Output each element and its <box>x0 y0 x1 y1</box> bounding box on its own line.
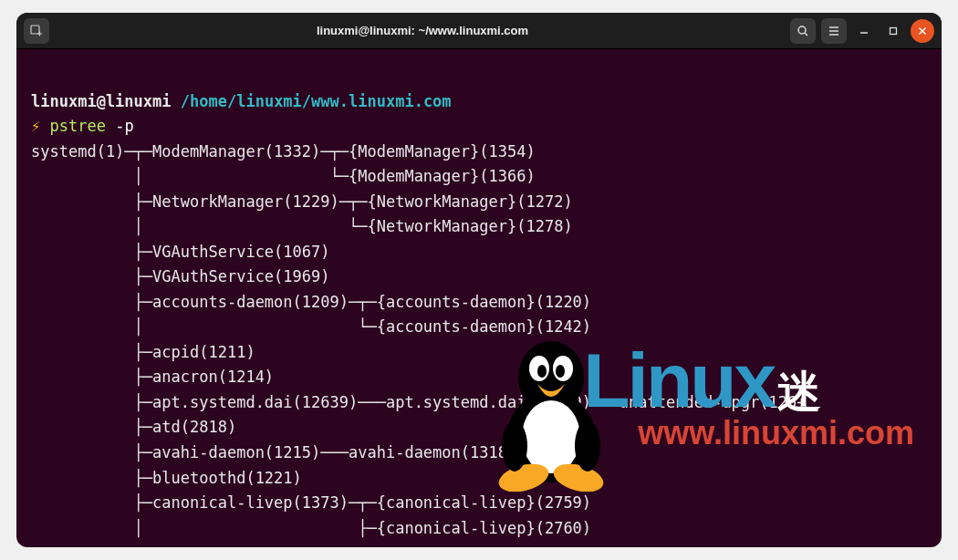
tree-line: ├─bluetoothd(1221) <box>31 469 302 487</box>
tree-line: │ └─{NetworkManager}(1278) <box>31 217 573 235</box>
svg-rect-9 <box>890 27 897 34</box>
search-icon <box>797 25 809 37</box>
svg-line-4 <box>805 33 807 36</box>
tree-line: ├─NetworkManager(1229)─┬─{NetworkManager… <box>31 192 573 211</box>
maximize-button[interactable] <box>881 19 905 43</box>
command-args: -p <box>115 117 133 135</box>
titlebar-right <box>790 18 934 44</box>
prompt-line-2: ⚡ pstree -p <box>31 117 134 135</box>
svg-point-3 <box>798 26 806 34</box>
close-button[interactable] <box>911 19 934 43</box>
tree-line: systemd(1)─┬─ModemManager(1332)─┬─{Modem… <box>31 142 536 161</box>
prompt-user: linuxmi@linuxmi <box>31 92 172 110</box>
close-icon <box>918 26 927 36</box>
command-name: pstree <box>50 117 106 135</box>
tree-line: ├─anacron(1214) <box>31 368 274 386</box>
search-button[interactable] <box>790 18 816 44</box>
terminal-content[interactable]: linuxmi@linuxmi /home/linuxmi/www.linuxm… <box>16 49 942 547</box>
tree-line: ├─apt.systemd.dai(12639)───apt.systemd.d… <box>31 393 807 411</box>
tree-line: ├─accounts-daemon(1209)─┬─{accounts-daem… <box>31 293 591 311</box>
minimize-icon <box>859 26 869 36</box>
maximize-icon <box>889 26 898 36</box>
menu-button[interactable] <box>821 18 847 44</box>
tree-line: ├─acpid(1211) <box>31 343 255 361</box>
prompt-path: /home/linuxmi/www.linuxmi.com <box>181 92 452 110</box>
tree-line: ├─VGAuthService(1969) <box>31 267 330 285</box>
new-tab-icon <box>30 25 43 37</box>
tree-line: ├─canonical-livep(1373)─┬─{canonical-liv… <box>31 493 591 512</box>
terminal-window: linuxmi@linuxmi: ~/www.linuxmi.com <box>16 13 942 547</box>
minimize-button[interactable] <box>852 19 876 43</box>
titlebar-left <box>24 18 55 44</box>
prompt-line-1: linuxmi@linuxmi /home/linuxmi/www.linuxm… <box>31 92 452 110</box>
hamburger-icon <box>828 25 840 37</box>
lightning-icon: ⚡ <box>31 117 40 135</box>
svg-rect-0 <box>31 26 39 34</box>
tree-line: │ └─{ModemManager}(1366) <box>31 167 536 185</box>
tree-line: ├─avahi-daemon(1215)───avahi-daemon(1318… <box>31 443 516 461</box>
new-tab-button[interactable] <box>24 18 49 44</box>
tree-line: ├─atd(2818) <box>31 418 236 436</box>
window-title: linuxmi@linuxmi: ~/www.linuxmi.com <box>55 24 790 37</box>
tree-line: ├─VGAuthService(1067) <box>31 243 330 261</box>
tree-line: │ └─{accounts-daemon}(1242) <box>31 317 591 336</box>
tree-line: │ ├─{canonical-livep}(2760) <box>31 519 591 537</box>
titlebar: linuxmi@linuxmi: ~/www.linuxmi.com <box>16 13 942 49</box>
